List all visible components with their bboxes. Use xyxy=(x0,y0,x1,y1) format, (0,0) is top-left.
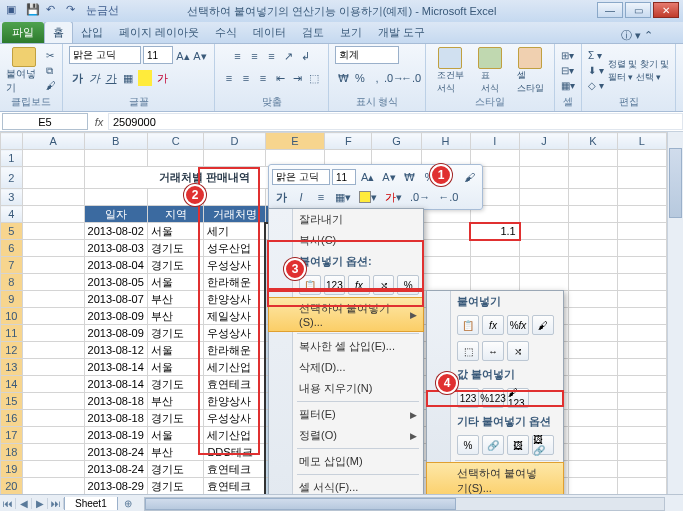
col-C[interactable]: C xyxy=(147,133,204,150)
cell[interactable]: 2013-08-09 xyxy=(84,308,147,325)
cell[interactable]: 서울 xyxy=(147,427,204,444)
fx-icon[interactable]: fx xyxy=(90,116,108,128)
cell[interactable] xyxy=(568,342,617,359)
cell[interactable]: 경기도 xyxy=(147,410,204,427)
row-header[interactable]: 15 xyxy=(1,393,23,410)
cell[interactable] xyxy=(617,410,666,427)
cell[interactable] xyxy=(568,167,617,189)
cell[interactable]: 경기도 xyxy=(147,478,204,495)
cell[interactable] xyxy=(520,223,569,240)
cell[interactable] xyxy=(617,240,666,257)
dec-decimal-icon[interactable]: ←.0 xyxy=(403,70,419,86)
cell[interactable]: 지역 xyxy=(147,206,204,223)
row-header[interactable]: 9 xyxy=(1,291,23,308)
cell[interactable] xyxy=(22,444,84,461)
cell[interactable] xyxy=(568,308,617,325)
cell-i5[interactable]: 1.1 xyxy=(470,223,520,240)
context-menu[interactable]: 잘라내기 복사(C) 붙여넣기 옵션: 📋 123 fx ⤭ % 선택하여 붙여… xyxy=(268,208,424,494)
autosum-icon[interactable]: Σ ▾ xyxy=(588,49,604,63)
cell[interactable] xyxy=(421,240,470,257)
cell[interactable] xyxy=(568,257,617,274)
hscroll-thumb[interactable] xyxy=(145,498,457,510)
cell[interactable] xyxy=(568,223,617,240)
sub-paste-noborder-icon[interactable]: ⬚ xyxy=(457,341,479,361)
cell[interactable] xyxy=(617,167,666,189)
sub-values-icon[interactable]: 123 xyxy=(457,388,479,408)
cell[interactable] xyxy=(617,325,666,342)
cell[interactable]: 2013-08-18 xyxy=(84,393,147,410)
cell[interactable]: 2013-08-05 xyxy=(84,274,147,291)
row-header[interactable]: 12 xyxy=(1,342,23,359)
cell[interactable] xyxy=(568,189,617,206)
underline-button[interactable]: 가 xyxy=(103,70,119,86)
format-cells-icon[interactable]: ▦▾ xyxy=(561,79,575,93)
cell[interactable] xyxy=(22,393,84,410)
col-G[interactable]: G xyxy=(372,133,421,150)
paste-all-icon[interactable]: 📋 xyxy=(299,275,321,295)
sub-paste-keepsrc-icon[interactable]: 🖌 xyxy=(532,315,554,335)
font-size-input[interactable] xyxy=(143,46,173,64)
cell[interactable] xyxy=(617,427,666,444)
cell[interactable] xyxy=(617,342,666,359)
merge-icon[interactable]: ⬚ xyxy=(306,70,322,86)
cell[interactable]: 한양상사 xyxy=(204,291,265,308)
mini-font-name[interactable] xyxy=(272,169,330,185)
cell[interactable] xyxy=(22,206,84,223)
cell[interactable] xyxy=(568,478,617,495)
cell[interactable] xyxy=(22,291,84,308)
cell[interactable] xyxy=(22,274,84,291)
cell[interactable]: 부산 xyxy=(147,291,204,308)
sub-paste-formulas-icon[interactable]: fx xyxy=(482,315,504,335)
mini-align-center-icon[interactable]: ≡ xyxy=(312,188,330,206)
row-header[interactable]: 20 xyxy=(1,478,23,495)
sub-paste-special-item[interactable]: 선택하여 붙여넣기(S)... xyxy=(426,462,564,494)
cut-icon[interactable]: ✂ xyxy=(46,49,56,63)
cell[interactable] xyxy=(617,223,666,240)
cell[interactable] xyxy=(568,206,617,223)
inc-decimal-icon[interactable]: .0→ xyxy=(386,70,402,86)
cell[interactable] xyxy=(22,325,84,342)
cell[interactable]: 2013-08-03 xyxy=(84,240,147,257)
tab-page-layout[interactable]: 페이지 레이아웃 xyxy=(111,22,207,43)
sheet-nav-first-icon[interactable]: ⏮ xyxy=(0,498,16,509)
scroll-thumb[interactable] xyxy=(669,148,682,218)
cell[interactable]: 경기도 xyxy=(147,325,204,342)
paste-formulas-icon[interactable]: fx xyxy=(348,275,370,295)
cell[interactable] xyxy=(204,189,265,206)
percent-icon[interactable]: % xyxy=(352,70,368,86)
tab-view[interactable]: 보기 xyxy=(332,22,370,43)
cell[interactable] xyxy=(617,444,666,461)
indent-dec-icon[interactable]: ⇤ xyxy=(272,70,288,86)
cell[interactable] xyxy=(617,189,666,206)
cell[interactable]: DDS테크 xyxy=(204,444,265,461)
cell[interactable] xyxy=(22,167,84,189)
cell[interactable]: 거래처명 xyxy=(204,206,265,223)
name-box[interactable] xyxy=(2,113,88,130)
delete-cells-icon[interactable]: ⊟▾ xyxy=(561,64,575,78)
maximize-button[interactable]: ▭ xyxy=(625,2,651,18)
formula-input[interactable] xyxy=(108,113,683,130)
cell[interactable] xyxy=(204,150,265,167)
fill-icon[interactable]: ⬇ ▾ xyxy=(588,64,604,78)
cell[interactable] xyxy=(470,240,520,257)
sheet-nav-next-icon[interactable]: ▶ xyxy=(32,498,48,509)
cell[interactable] xyxy=(22,376,84,393)
ctx-delete[interactable]: 삭제(D)... xyxy=(269,357,423,378)
cell[interactable] xyxy=(617,150,666,167)
cond-format-button[interactable]: 조건부 서식 xyxy=(432,47,468,95)
cell[interactable] xyxy=(617,376,666,393)
row-header[interactable]: 13 xyxy=(1,359,23,376)
sub-paste-all-icon[interactable]: 📋 xyxy=(457,315,479,335)
bold-button[interactable]: 가 xyxy=(69,70,85,86)
cell[interactable]: 서울 xyxy=(147,359,204,376)
row-header[interactable]: 17 xyxy=(1,427,23,444)
file-tab[interactable]: 파일 xyxy=(2,22,44,43)
indent-inc-icon[interactable]: ⇥ xyxy=(289,70,305,86)
font-color-button[interactable]: 가 xyxy=(154,70,170,86)
cell[interactable]: 효연테크 xyxy=(204,376,265,393)
col-F[interactable]: F xyxy=(325,133,372,150)
mini-bold-button[interactable]: 가 xyxy=(272,188,290,206)
cell[interactable] xyxy=(22,257,84,274)
cell[interactable] xyxy=(22,461,84,478)
copy-icon[interactable]: ⧉ xyxy=(46,64,56,78)
